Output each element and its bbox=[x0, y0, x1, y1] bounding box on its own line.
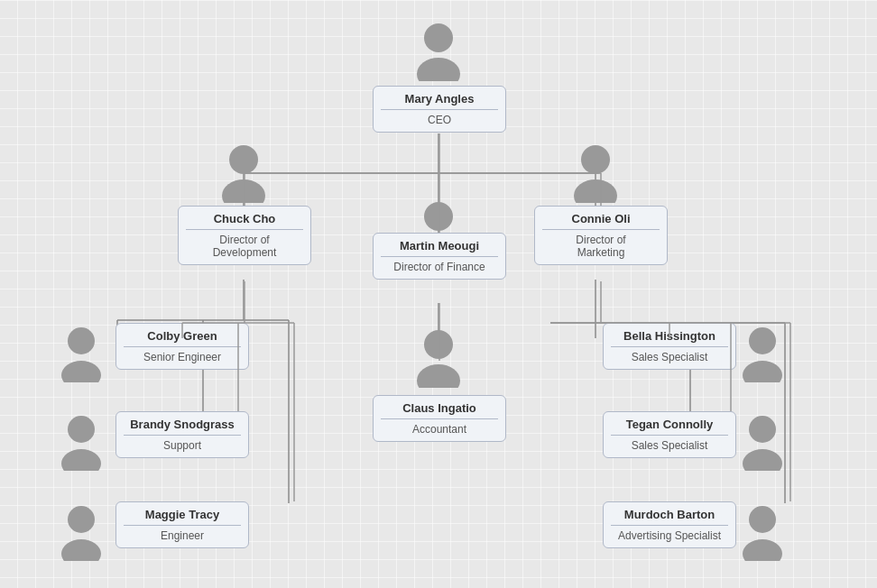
avatar-brandy bbox=[54, 411, 108, 471]
card-murdoch: Murdoch Barton Advertising Specialist bbox=[603, 501, 736, 548]
avatar-chuck bbox=[215, 140, 272, 203]
card-martin: Martin Meougi Director of Finance bbox=[373, 233, 506, 280]
svg-point-24 bbox=[68, 327, 95, 354]
svg-point-37 bbox=[743, 539, 782, 561]
card-bella: Bella Hissington Sales Specialist bbox=[603, 323, 736, 370]
svg-point-33 bbox=[743, 361, 782, 382]
avatar-claus bbox=[410, 325, 467, 388]
svg-point-16 bbox=[424, 23, 453, 52]
svg-point-36 bbox=[749, 506, 776, 533]
card-brandy: Brandy Snodgrass Support bbox=[115, 411, 249, 458]
avatar-murdoch bbox=[735, 501, 789, 561]
svg-point-31 bbox=[417, 364, 460, 388]
svg-point-32 bbox=[749, 327, 776, 354]
svg-point-35 bbox=[743, 449, 782, 471]
svg-point-25 bbox=[61, 361, 101, 382]
svg-point-19 bbox=[222, 179, 265, 203]
avatar-bella bbox=[735, 323, 789, 382]
svg-point-17 bbox=[417, 58, 460, 81]
svg-point-34 bbox=[749, 416, 776, 443]
avatar-colby bbox=[54, 323, 108, 382]
org-chart: Mary Angles CEO Chuck Cho Director of De… bbox=[0, 0, 877, 588]
svg-point-26 bbox=[68, 416, 95, 443]
card-maggie: Maggie Tracy Engineer bbox=[115, 501, 249, 548]
svg-point-20 bbox=[424, 202, 453, 231]
svg-point-27 bbox=[61, 449, 101, 471]
svg-point-29 bbox=[61, 539, 101, 561]
card-tegan: Tegan Connolly Sales Specialist bbox=[603, 411, 736, 458]
svg-point-22 bbox=[581, 145, 610, 174]
avatar-tegan bbox=[735, 411, 789, 471]
avatar-mary bbox=[410, 18, 467, 81]
card-colby: Colby Green Senior Engineer bbox=[115, 323, 249, 370]
svg-point-30 bbox=[424, 330, 453, 359]
svg-point-28 bbox=[68, 506, 95, 533]
avatar-connie bbox=[567, 140, 624, 203]
card-claus: Claus Ingatio Accountant bbox=[373, 395, 506, 442]
card-connie: Connie Oli Director of Marketing bbox=[534, 206, 668, 265]
svg-point-18 bbox=[229, 145, 258, 174]
card-chuck: Chuck Cho Director of Development bbox=[178, 206, 311, 265]
card-mary: Mary Angles CEO bbox=[373, 86, 506, 133]
svg-point-23 bbox=[574, 179, 617, 203]
avatar-maggie bbox=[54, 501, 108, 561]
